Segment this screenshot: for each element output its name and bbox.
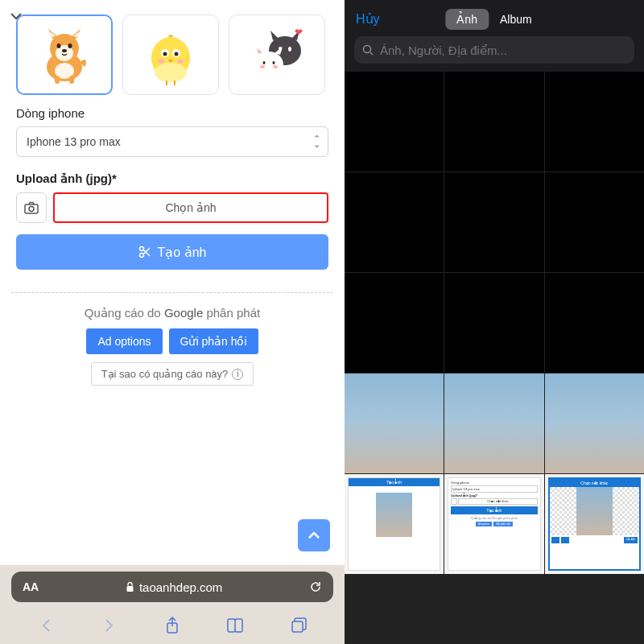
svg-point-38: [364, 45, 371, 52]
search-input[interactable]: [380, 43, 626, 57]
svg-rect-37: [292, 621, 303, 632]
bookmarks-button[interactable]: [223, 613, 247, 638]
svg-rect-7: [55, 76, 60, 84]
photo-thumb[interactable]: [345, 72, 444, 171]
photo-thumb[interactable]: Tạo ảnh: [345, 474, 444, 574]
google-ad-section: Quảng cáo do Google phân phát Ad options…: [11, 292, 333, 398]
svg-point-14: [175, 52, 179, 56]
chevron-up-icon: [308, 531, 320, 539]
url-bar[interactable]: AA taoanhdep.com: [11, 572, 333, 602]
cancel-button[interactable]: Hủy: [356, 11, 380, 27]
photo-thumb[interactable]: [345, 273, 444, 373]
tabs-button[interactable]: [287, 613, 311, 638]
scissors-icon: [138, 246, 151, 258]
iphone-value: Iphone 13 pro max: [16, 126, 328, 157]
svg-point-16: [177, 60, 184, 64]
select-arrows-icon: ⌃⌄: [313, 136, 320, 147]
upload-label: Upload ảnh (jpg)*: [16, 171, 328, 186]
photo-thumb[interactable]: [345, 374, 444, 473]
photo-picker-panel: Hủy Ảnh Album: [345, 0, 644, 644]
iphone-select[interactable]: Iphone 13 pro max ⌃⌄: [16, 126, 328, 157]
photo-thumb[interactable]: [444, 172, 543, 272]
sticker-row: ❤: [0, 0, 345, 105]
segment-control: Ảnh Album: [445, 9, 543, 30]
ad-feedback-button[interactable]: Gửi phản hồi: [169, 328, 258, 354]
svg-text:❤: ❤: [295, 27, 303, 38]
svg-point-23: [263, 61, 266, 64]
web-app-panel: ❤ Dòng iphone Iphone 13 pro max ⌃⌄ Uploa…: [0, 0, 345, 644]
svg-point-10: [155, 63, 187, 82]
sticker-chick[interactable]: [122, 14, 219, 95]
create-image-button[interactable]: Tạo ảnh: [16, 234, 328, 270]
photo-thumb[interactable]: Dòng iphone Iphone 13 pro max Upload ảnh…: [444, 474, 543, 574]
collapse-icon[interactable]: [5, 6, 27, 26]
create-label: Tạo ảnh: [158, 245, 207, 260]
svg-point-21: [288, 47, 291, 52]
search-icon: [362, 44, 374, 56]
photo-thumb[interactable]: Chọn nền khác Cắt ảnh: [545, 474, 644, 574]
svg-point-25: [260, 65, 265, 68]
svg-point-13: [163, 52, 167, 56]
svg-rect-28: [25, 204, 38, 213]
svg-point-26: [273, 65, 278, 68]
reload-icon[interactable]: [309, 580, 322, 593]
svg-point-22: [254, 52, 283, 77]
photo-grid: Tạo ảnh Dòng iphone Iphone 13 pro max Up…: [345, 72, 644, 644]
photo-thumb[interactable]: [345, 172, 444, 272]
search-bar[interactable]: [354, 36, 634, 64]
photo-thumb[interactable]: [545, 273, 644, 373]
lock-icon: [126, 581, 134, 592]
sticker-cats[interactable]: ❤: [229, 14, 325, 95]
photo-thumb[interactable]: [545, 172, 644, 272]
svg-line-39: [370, 52, 373, 55]
ad-options-button[interactable]: Ad options: [86, 328, 162, 354]
svg-point-4: [68, 43, 72, 48]
svg-point-29: [29, 207, 34, 212]
photo-thumb[interactable]: [545, 72, 644, 171]
scroll-top-button[interactable]: [298, 519, 330, 551]
url-text: taoanhdep.com: [139, 580, 222, 594]
tab-photos[interactable]: Ảnh: [445, 9, 489, 30]
photo-thumb[interactable]: [444, 72, 543, 171]
iphone-label: Dòng iphone: [16, 106, 328, 120]
info-icon: i: [232, 369, 243, 380]
ad-why-button[interactable]: Tại sao có quảng cáo này? i: [91, 362, 254, 386]
share-button[interactable]: [160, 613, 184, 638]
camera-icon: [24, 201, 39, 214]
picker-header: Hủy Ảnh Album: [345, 0, 644, 72]
sticker-shiba[interactable]: [16, 14, 113, 95]
svg-point-3: [57, 43, 61, 48]
svg-rect-34: [126, 586, 133, 592]
text-size-button[interactable]: AA: [23, 580, 39, 593]
svg-point-5: [62, 49, 67, 52]
photo-thumb[interactable]: [444, 273, 543, 373]
camera-button[interactable]: [16, 192, 47, 223]
choose-image-button[interactable]: Chọn ảnh: [53, 192, 328, 223]
tab-albums[interactable]: Album: [489, 9, 543, 30]
photo-thumb[interactable]: [444, 374, 543, 473]
ad-header: Quảng cáo do Google phân phát: [19, 306, 325, 320]
svg-rect-8: [69, 76, 74, 84]
svg-point-15: [158, 60, 164, 64]
back-button[interactable]: [34, 613, 58, 638]
form-section: Dòng iphone Iphone 13 pro max ⌃⌄ Upload …: [0, 105, 345, 278]
svg-point-24: [273, 61, 275, 64]
safari-bottom-bar: AA taoanhdep.com: [0, 565, 345, 644]
photo-thumb[interactable]: [545, 374, 644, 473]
forward-button[interactable]: [97, 613, 122, 638]
